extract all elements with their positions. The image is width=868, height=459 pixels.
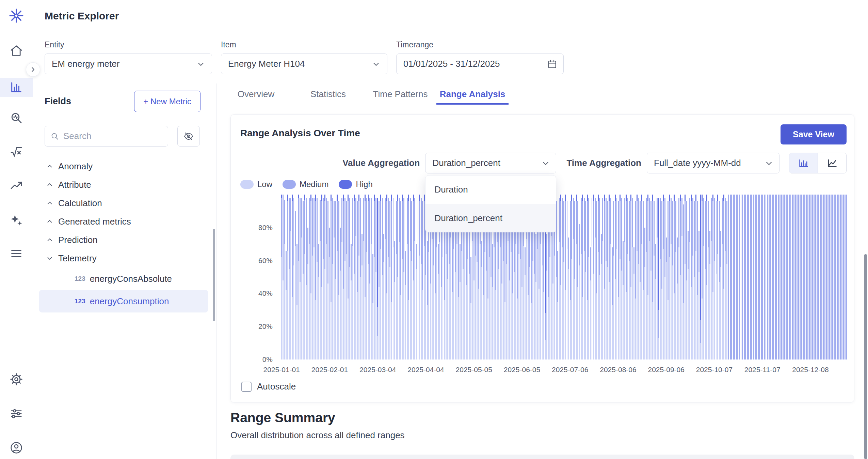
tree-group-label: Telemetry — [58, 253, 97, 264]
menu-item-duration[interactable]: Duration — [425, 175, 556, 204]
legend-item-medium: Medium — [283, 180, 328, 189]
bars — [281, 195, 847, 359]
search-metrics-icon[interactable] — [10, 111, 23, 125]
panel-collapse-chevron[interactable] — [26, 62, 40, 77]
hide-fields-button[interactable] — [177, 126, 200, 147]
tree-group-telemetry[interactable]: Telemetry — [33, 249, 213, 267]
item-filter: Item Energy Meter H104 — [221, 40, 387, 74]
entity-value: EM energy meter — [52, 59, 119, 69]
eye-off-icon — [183, 131, 194, 141]
legend-item-high: High — [339, 180, 372, 189]
chevron-up-icon — [46, 218, 53, 225]
account-icon[interactable] — [10, 441, 23, 455]
timerange-value: 01/01/2025 - 31/12/2025 — [403, 59, 500, 69]
legend-item-low: Low — [240, 180, 272, 189]
chevron-down-icon — [541, 158, 550, 168]
preferences-sliders-icon[interactable] — [10, 407, 23, 420]
page-scrollbar[interactable] — [864, 254, 867, 459]
tree-item-label: energyConsumption — [90, 296, 169, 307]
stacked-bar-chart — [281, 195, 847, 359]
value-aggregation-value: Duration_percent — [432, 158, 500, 168]
entity-label: Entity — [45, 40, 212, 49]
tree-group-attribute[interactable]: Attribute — [33, 175, 213, 194]
time-aggregation-label: Time Aggregation — [566, 158, 641, 168]
tree-group-label: Generated metrics — [58, 216, 131, 227]
x-axis: 2025-01-012025-02-012025-03-042025-04-04… — [281, 362, 847, 374]
tree-item-label: energyConsAbsolute — [90, 274, 172, 284]
line-chart-view-button[interactable] — [818, 153, 846, 173]
autoscale-control: Autoscale — [241, 381, 296, 392]
legend-label: High — [356, 180, 372, 189]
page-header: Metric Explorer Entity EM energy meter I… — [33, 0, 868, 83]
legend-label: Low — [257, 180, 272, 189]
y-axis: 0%20%40%60%80% — [231, 195, 277, 359]
list-menu-icon[interactable] — [10, 247, 23, 260]
numeric-field-icon: 123 — [75, 275, 85, 282]
rail-active-indicator — [0, 78, 33, 97]
summary-table-header-strip — [230, 455, 854, 459]
autoscale-checkbox[interactable] — [241, 382, 252, 392]
fields-scrollbar[interactable] — [213, 229, 215, 321]
tree-group-label: Prediction — [58, 235, 98, 245]
value-aggregation-menu: Duration Duration_percent — [425, 175, 556, 232]
timerange-label: Timerange — [396, 40, 564, 49]
menu-item-duration-percent[interactable]: Duration_percent — [425, 204, 556, 232]
tree-group-anomaly[interactable]: Anomaly — [33, 157, 213, 175]
chevron-up-icon — [46, 163, 53, 170]
trend-up-icon[interactable] — [10, 179, 23, 192]
time-aggregation-select[interactable]: Full_date yyyy-MM-dd — [647, 153, 779, 173]
chevron-up-icon — [46, 181, 53, 188]
item-value: Energy Meter H104 — [228, 59, 305, 69]
chart-legend: Low Medium High — [240, 180, 373, 189]
tab-time-patterns[interactable]: Time Patterns — [364, 85, 436, 105]
chevron-down-icon — [196, 59, 206, 69]
value-aggregation-select[interactable]: Duration_percent Duration Duration_perce… — [425, 153, 556, 173]
range-summary-subtitle: Overall distribution across all defined … — [230, 430, 405, 441]
item-select[interactable]: Energy Meter H104 — [221, 53, 387, 74]
bar-chart-view-button[interactable] — [789, 153, 818, 173]
line-chart-icon — [826, 157, 838, 169]
calendar-icon — [547, 59, 557, 69]
home-icon[interactable] — [10, 44, 23, 58]
tree-group-label: Anomaly — [58, 161, 93, 172]
legend-swatch — [283, 180, 296, 189]
page-title: Metric Explorer — [45, 10, 119, 22]
card-title: Range Analysis Over Time — [240, 128, 360, 139]
tab-statistics[interactable]: Statistics — [292, 85, 364, 105]
search-icon — [50, 132, 59, 141]
tree-group-label: Calculation — [58, 198, 102, 209]
search-input[interactable] — [63, 131, 155, 141]
legend-label: Medium — [300, 180, 328, 189]
entity-filter: Entity EM energy meter — [45, 40, 212, 74]
tab-overview[interactable]: Overview — [220, 85, 292, 105]
tab-range-analysis[interactable]: Range Analysis — [436, 85, 509, 105]
tree-item-energyConsumption[interactable]: 123 energyConsumption — [39, 290, 208, 312]
bar-chart-icon — [798, 157, 809, 169]
metrics-bar-chart-icon[interactable] — [10, 80, 23, 94]
item-label: Item — [221, 40, 387, 49]
ai-sparkles-icon[interactable] — [10, 213, 23, 227]
fields-tree: Anomaly Attribute Calculation Generated … — [33, 157, 213, 312]
new-metric-button[interactable]: + New Metric — [134, 91, 200, 112]
range-summary-section: Range Summary Overall distribution acros… — [230, 410, 405, 441]
chart-controls: Value Aggregation Duration_percent Durat… — [231, 153, 847, 173]
tree-group-prediction[interactable]: Prediction — [33, 231, 213, 249]
chevron-down-icon — [764, 158, 774, 168]
tree-group-generated-metrics[interactable]: Generated metrics — [33, 212, 213, 231]
range-summary-title: Range Summary — [230, 410, 405, 425]
settings-gear-icon[interactable] — [10, 372, 23, 386]
save-view-button[interactable]: Save View — [781, 124, 847, 144]
autoscale-label: Autoscale — [257, 381, 296, 392]
tree-group-calculation[interactable]: Calculation — [33, 194, 213, 212]
entity-select[interactable]: EM energy meter — [45, 53, 212, 74]
app-logo-icon[interactable] — [9, 8, 24, 24]
formula-sqrt-icon[interactable] — [10, 145, 23, 159]
tree-item-energyConsAbsolute[interactable]: 123 energyConsAbsolute — [39, 267, 208, 290]
timerange-input[interactable]: 01/01/2025 - 31/12/2025 — [396, 53, 564, 74]
chevron-down-icon — [46, 255, 53, 262]
value-aggregation-label: Value Aggregation — [342, 158, 420, 168]
fields-search-box — [45, 126, 168, 147]
time-aggregation-value: Full_date yyyy-MM-dd — [654, 158, 741, 168]
tree-group-label: Attribute — [58, 180, 91, 190]
main-content: Overview Statistics Time Patterns Range … — [216, 83, 868, 459]
